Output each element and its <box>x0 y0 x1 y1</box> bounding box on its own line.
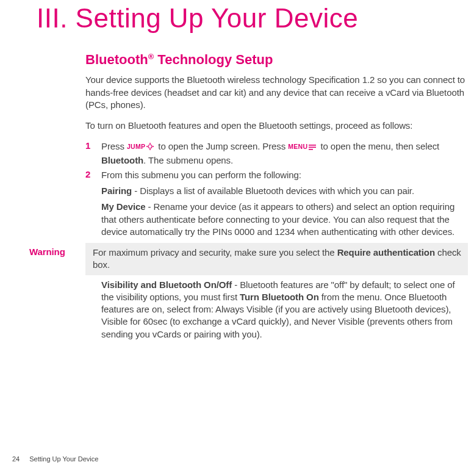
proceed-text: To turn on Bluetooth features and open t… <box>85 120 468 132</box>
visibility-label: Visibility and Bluetooth On/Off <box>101 279 232 290</box>
warning-require: Require authentication <box>337 247 435 258</box>
page-footer: 24Setting Up Your Device <box>12 455 98 463</box>
step-1-body: Press JUMP to open the Jump screen. Pres… <box>101 140 468 167</box>
pairing-text: - Displays a list of available Bluetooth… <box>132 186 414 196</box>
mydevice-item: My Device - Rename your device (as it ap… <box>101 201 468 238</box>
menu-icon <box>308 142 317 154</box>
step-1d: . The submenu opens. <box>143 155 233 165</box>
chapter-title: III. Setting Up Your Device <box>37 3 468 34</box>
pairing-label: Pairing <box>101 186 132 196</box>
pairing-item: Pairing - Displays a list of available B… <box>101 185 468 197</box>
section-heading: Bluetooth® Technology Setup <box>85 52 468 68</box>
jump-key-label: JUMP <box>127 143 145 150</box>
menu-key-label: MENU <box>288 143 307 150</box>
warning-label: Warning <box>0 243 78 275</box>
step-1-number: 1 <box>85 140 101 167</box>
svg-rect-6 <box>309 147 316 148</box>
footer-section: Setting Up Your Device <box>29 455 98 463</box>
intro-text: Your device supports the Bluetooth wirel… <box>85 74 468 111</box>
warning-body: For maximum privacy and security, make s… <box>85 243 468 275</box>
step-1: 1 Press JUMP to open the Jump screen. Pr… <box>85 140 468 167</box>
mydevice-label: My Device <box>101 201 145 212</box>
step-2-number: 2 <box>85 169 101 181</box>
svg-point-3 <box>146 146 148 147</box>
step-2: 2 From this submenu you can perform the … <box>85 169 468 181</box>
svg-point-2 <box>149 149 151 150</box>
step-1a: Press <box>101 141 127 151</box>
jump-icon <box>146 142 154 154</box>
step-2-body: From this submenu you can perform the fo… <box>101 169 468 181</box>
visibility-item: Visibility and Bluetooth On/Off - Blueto… <box>101 279 468 341</box>
heading-sup: ® <box>148 52 154 61</box>
heading-post: Technology Setup <box>154 52 273 67</box>
svg-point-0 <box>148 145 152 148</box>
step-1c: to open the menu, then select <box>318 141 439 151</box>
step-1-bluetooth: Bluetooth <box>101 155 143 165</box>
warning-callout: Warning For maximum privacy and security… <box>0 243 468 275</box>
visibility-turn-on: Turn Bluetooth On <box>240 292 319 302</box>
page-number: 24 <box>12 455 20 463</box>
svg-point-4 <box>153 146 154 147</box>
svg-rect-7 <box>309 149 313 150</box>
warning-a: For maximum privacy and security, make s… <box>93 247 337 258</box>
svg-rect-5 <box>309 145 316 146</box>
heading-pre: Bluetooth <box>85 52 148 67</box>
mydevice-text: - Rename your device (as it appears to o… <box>101 201 454 237</box>
step-1b: to open the Jump screen. Press <box>156 141 288 151</box>
svg-point-1 <box>149 143 151 144</box>
